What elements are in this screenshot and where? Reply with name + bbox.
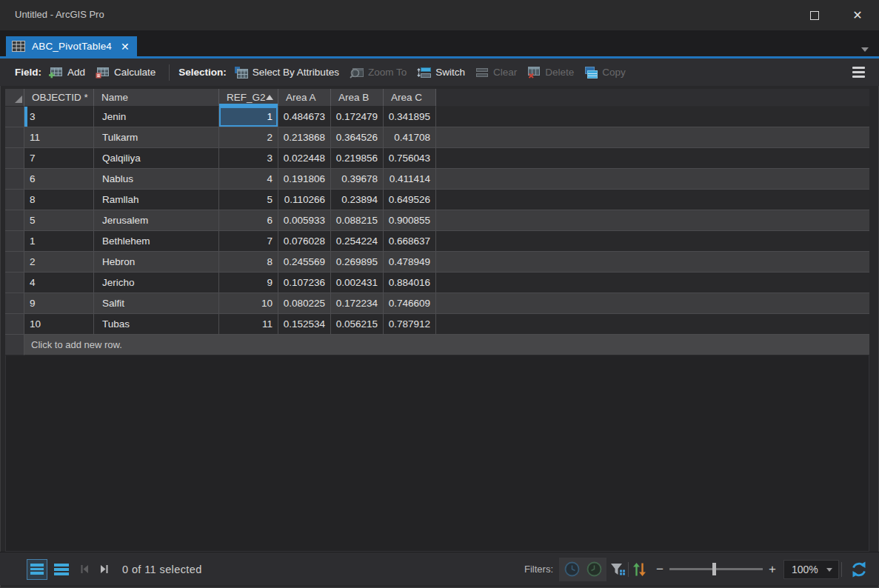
zoom-slider[interactable] xyxy=(669,568,763,570)
cell-area-c[interactable]: 0.884016 xyxy=(384,273,436,293)
calculate-button[interactable]: Calculate xyxy=(96,67,156,78)
column-header-ref-g2[interactable]: REF_G2 xyxy=(219,89,278,107)
add-row[interactable]: Click to add new row. xyxy=(5,335,869,355)
cell-ref-g2[interactable]: 2 xyxy=(219,127,278,148)
cell-ref-g2[interactable]: 7 xyxy=(219,231,278,252)
copy-selection-button[interactable]: Copy xyxy=(584,67,626,78)
zoom-out-icon[interactable]: − xyxy=(656,562,664,577)
cell-objectid[interactable]: 3 xyxy=(24,107,94,127)
cell-ref-g2[interactable]: 5 xyxy=(219,190,278,210)
cell-area-b[interactable]: 0.172479 xyxy=(331,107,384,127)
cell-area-b[interactable]: 0.269895 xyxy=(331,252,384,273)
cell-area-c[interactable]: 0.411414 xyxy=(384,169,436,190)
cell-area-a[interactable]: 0.022448 xyxy=(278,148,331,169)
row-handle[interactable] xyxy=(5,314,24,335)
cell-area-a[interactable]: 0.076028 xyxy=(278,231,331,252)
filter-icon[interactable] xyxy=(610,562,626,577)
row-handle[interactable] xyxy=(5,148,24,169)
row-handle[interactable] xyxy=(5,252,24,273)
cell-area-c[interactable]: 0.900855 xyxy=(384,210,436,231)
cell-area-c[interactable]: 0.756043 xyxy=(384,148,436,169)
column-header-area-a[interactable]: Area A xyxy=(278,89,331,107)
zoom-slider-thumb[interactable] xyxy=(712,563,716,575)
row-handle[interactable] xyxy=(5,293,24,314)
refresh-icon[interactable] xyxy=(850,561,868,578)
cell-area-c[interactable]: 0.41708 xyxy=(384,127,436,148)
zoom-level-dropdown[interactable]: 100% xyxy=(783,560,839,579)
table-view-button-active[interactable] xyxy=(27,559,47,580)
go-last-icon[interactable] xyxy=(98,564,110,575)
cell-ref-g2[interactable]: 6 xyxy=(219,210,278,231)
tab-abc-pivottable4[interactable]: ABC_PivotTable4 ✕ xyxy=(6,36,137,56)
sort-icon[interactable] xyxy=(633,562,646,577)
cell-area-a[interactable]: 0.005933 xyxy=(278,210,331,231)
cell-area-b[interactable]: 0.172234 xyxy=(331,293,384,314)
cell-ref-g2[interactable]: 9 xyxy=(219,273,278,293)
select-all-corner[interactable] xyxy=(5,89,24,107)
zoom-in-icon[interactable]: + xyxy=(769,562,776,577)
cell-objectid[interactable]: 1 xyxy=(24,231,94,252)
cell-objectid[interactable]: 10 xyxy=(24,314,94,335)
cell-area-a[interactable]: 0.484673 xyxy=(278,107,331,127)
cell-area-b[interactable]: 0.254224 xyxy=(331,231,384,252)
cell-objectid[interactable]: 2 xyxy=(24,252,94,273)
cell-area-a[interactable]: 0.080225 xyxy=(278,293,331,314)
tab-close-icon[interactable]: ✕ xyxy=(121,41,130,53)
cell-area-a[interactable]: 0.191806 xyxy=(278,169,331,190)
cell-name[interactable]: Salfit xyxy=(94,293,219,314)
cell-ref-g2[interactable]: 1 xyxy=(219,107,278,127)
cell-area-c[interactable]: 0.787912 xyxy=(384,314,436,335)
cell-area-b[interactable]: 0.002431 xyxy=(331,273,384,293)
cell-objectid[interactable]: 6 xyxy=(24,169,94,190)
go-first-icon[interactable] xyxy=(79,564,90,575)
range-filter-icon[interactable] xyxy=(586,561,603,578)
cell-area-a[interactable]: 0.152534 xyxy=(278,314,331,335)
cell-ref-g2[interactable]: 8 xyxy=(219,252,278,273)
cell-objectid[interactable]: 11 xyxy=(24,127,94,148)
add-field-button[interactable]: Add xyxy=(49,67,85,78)
column-header-name[interactable]: Name xyxy=(94,89,219,107)
row-handle[interactable] xyxy=(5,127,24,148)
cell-area-b[interactable]: 0.39678 xyxy=(331,169,384,190)
cell-name[interactable]: Bethlehem xyxy=(94,231,219,252)
cell-objectid[interactable]: 5 xyxy=(24,210,94,231)
cell-name[interactable]: Hebron xyxy=(94,252,219,273)
cell-area-a[interactable]: 0.110266 xyxy=(278,190,331,210)
row-handle[interactable] xyxy=(5,169,24,190)
cell-area-c[interactable]: 0.746609 xyxy=(384,293,436,314)
cell-area-c[interactable]: 0.341895 xyxy=(384,107,436,127)
column-header-area-b[interactable]: Area B xyxy=(331,89,384,107)
cell-ref-g2[interactable]: 11 xyxy=(219,314,278,335)
row-handle[interactable] xyxy=(5,190,24,210)
row-handle[interactable] xyxy=(5,273,24,293)
cell-area-b[interactable]: 0.088215 xyxy=(331,210,384,231)
cell-area-a[interactable]: 0.213868 xyxy=(278,127,331,148)
cell-area-a[interactable]: 0.107236 xyxy=(278,273,331,293)
cell-area-b[interactable]: 0.364526 xyxy=(331,127,384,148)
time-filter-icon[interactable] xyxy=(564,561,581,578)
switch-selection-button[interactable]: Switch xyxy=(417,67,465,78)
cell-area-c[interactable]: 0.649526 xyxy=(384,190,436,210)
clear-selection-button[interactable]: Clear xyxy=(475,67,517,78)
cell-name[interactable]: Nablus xyxy=(94,169,219,190)
delete-selection-button[interactable]: Delete xyxy=(527,67,574,78)
cell-objectid[interactable]: 4 xyxy=(24,273,94,293)
cell-area-b[interactable]: 0.219856 xyxy=(331,148,384,169)
cell-name[interactable]: Jerusalem xyxy=(94,210,219,231)
cell-name[interactable]: Ramllah xyxy=(94,190,219,210)
cell-area-a[interactable]: 0.245569 xyxy=(278,252,331,273)
cell-area-c[interactable]: 0.478949 xyxy=(384,252,436,273)
cell-ref-g2[interactable]: 3 xyxy=(219,148,278,169)
cell-name[interactable]: Qalqiliya xyxy=(94,148,219,169)
tab-list-dropdown-icon[interactable] xyxy=(861,47,869,52)
cell-ref-g2[interactable]: 10 xyxy=(219,293,278,314)
maximize-button[interactable] xyxy=(793,0,836,30)
add-row-band[interactable]: Click to add new row. xyxy=(24,335,869,355)
cell-name[interactable]: Tulkarm xyxy=(94,127,219,148)
cell-name[interactable]: Jericho xyxy=(94,273,219,293)
close-button[interactable]: ✕ xyxy=(836,0,879,30)
select-by-attributes-button[interactable]: Select By Attributes xyxy=(234,67,339,78)
zoom-to-button[interactable]: Zoom To xyxy=(350,67,407,78)
cell-ref-g2[interactable]: 4 xyxy=(219,169,278,190)
cell-area-b[interactable]: 0.23894 xyxy=(331,190,384,210)
